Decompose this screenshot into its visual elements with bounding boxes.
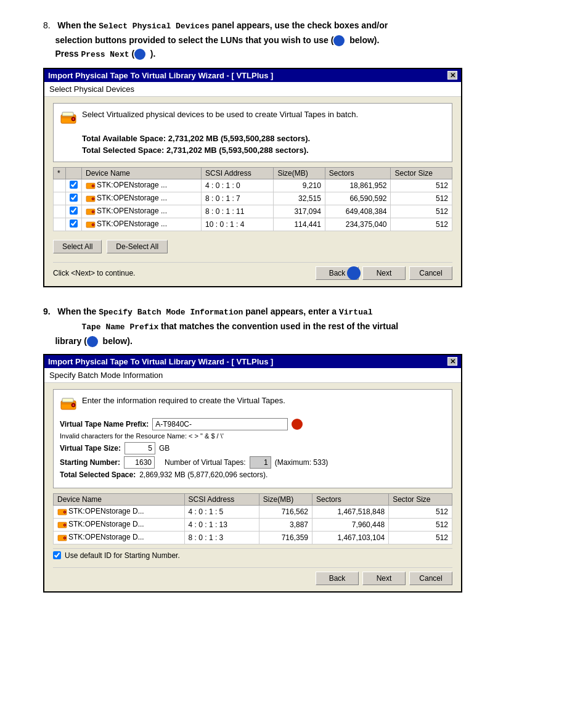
- vt-name-prefix-row: Virtual Tape Name Prefix:: [60, 418, 446, 430]
- svg-point-7: [92, 185, 94, 186]
- invalid-chars-row: Invalid characters for the Resource Name…: [60, 432, 446, 440]
- device-table-1: * Device Name SCSI Address Size(MB) Sect…: [53, 167, 452, 231]
- svg-rect-2: [62, 112, 73, 116]
- panel-name-2: Specify Batch Mode Information: [99, 308, 243, 317]
- info-line-1: Select Virtualized physical devices to b…: [82, 110, 358, 119]
- panel-name-1: Select Physical Devices: [99, 22, 209, 31]
- svg-point-27: [64, 524, 65, 525]
- svg-point-16: [92, 224, 94, 225]
- invalid-chars-value: < > " & $ / \': [189, 432, 224, 440]
- wizard-subtitle-2: Specify Batch Mode Information: [44, 368, 461, 383]
- storage-icon-row4: [86, 220, 96, 229]
- wizard-titlebar-2: Import Physical Tape To Virtual Library …: [44, 355, 461, 368]
- info-text-1: Select Virtualized physical devices to b…: [82, 109, 358, 157]
- svg-point-21: [73, 404, 75, 406]
- step-9-text: 9. When the Specify Batch Mode Informati…: [43, 305, 563, 348]
- wizard-info-row-2: Enter the information required to create…: [60, 395, 446, 413]
- col2-sector-size: Sector Size: [389, 493, 452, 505]
- step-8: 8. When the Select Physical Devices pane…: [25, 18, 563, 287]
- annotation-circle-2: [134, 49, 145, 60]
- row-3-checkbox[interactable]: [70, 207, 78, 215]
- table-row: STK:OPENstorage ... 10 : 0 : 1 : 4 114,4…: [54, 218, 452, 231]
- col-device-name: Device Name: [82, 167, 202, 179]
- table-row: STK:OPENstorage ... 4 : 0 : 1 : 0 9,210 …: [54, 179, 452, 192]
- col2-size: Size(MB): [259, 493, 312, 505]
- nav-area-1: Click <Next> to continue. Back Next Canc…: [53, 262, 452, 280]
- table-row: STK:OPENstorage ... 8 : 0 : 1 : 11 317,0…: [54, 205, 452, 218]
- storage-icon-row3: [86, 207, 96, 216]
- row-2-checkbox[interactable]: [70, 194, 78, 202]
- vt-size-input[interactable]: [125, 442, 155, 454]
- table-row: STK:OPENstorage D... 4 : 0 : 1 : 13 3,88…: [54, 518, 452, 531]
- nav-area-2: Back Next Cancel: [53, 567, 452, 585]
- col-size: Size(MB): [274, 167, 325, 179]
- select-all-button[interactable]: Select All: [53, 240, 102, 253]
- row-4-checkbox[interactable]: [70, 220, 78, 228]
- storage-icon-row1: [86, 181, 96, 191]
- row-1-checkbox[interactable]: [70, 181, 78, 189]
- col-sector-size: Sector Size: [391, 167, 452, 179]
- deselect-all-button[interactable]: De-Select All: [107, 240, 168, 253]
- close-icon-1[interactable]: ✕: [447, 71, 457, 80]
- next-button-1-label: Next: [377, 269, 392, 277]
- svg-point-13: [92, 211, 94, 212]
- back-button-2[interactable]: Back: [316, 572, 359, 585]
- col-scsi: SCSI Address: [202, 167, 274, 179]
- nav-buttons-2: Back Next Cancel: [316, 572, 452, 585]
- storage-icon-2: [60, 396, 77, 413]
- total-selected-1: Total Selected Space: 2,731,202 MB (5,59…: [82, 146, 309, 155]
- svg-point-24: [64, 511, 65, 512]
- form-section: Virtual Tape Name Prefix: Invalid charac…: [60, 418, 446, 479]
- default-id-checkbox[interactable]: [53, 551, 61, 559]
- wizard-subtitle-1: Select Physical Devices: [44, 82, 461, 97]
- step-8-number: 8.: [43, 20, 51, 30]
- close-icon-2[interactable]: ✕: [447, 357, 457, 366]
- wizard-body-2: Enter the information required to create…: [44, 383, 461, 591]
- wizard-window-2: Import Physical Tape To Virtual Library …: [43, 354, 462, 593]
- next-button-1[interactable]: Next: [362, 266, 406, 280]
- annotation-circle-1: [333, 35, 345, 46]
- table-row: STK:OPENstorage D... 8 : 0 : 1 : 3 716,3…: [54, 531, 452, 544]
- col2-sectors: Sectors: [312, 493, 389, 505]
- storage-icon-row2-1: [57, 507, 67, 517]
- num-vt-label: Number of Virtual Tapes:: [165, 458, 246, 467]
- svg-point-4: [73, 118, 75, 120]
- annotation-circle-3: [87, 336, 98, 347]
- table-row: STK:OPENstorage ... 8 : 0 : 1 : 7 32,515…: [54, 192, 452, 205]
- next-label-ref-1: Press: [81, 50, 110, 59]
- wizard-titlebar-1: Import Physical Tape To Virtual Library …: [44, 69, 461, 82]
- step-9: 9. When the Specify Batch Mode Informati…: [25, 305, 563, 593]
- svg-rect-19: [62, 398, 73, 402]
- cancel-button-1[interactable]: Cancel: [409, 266, 452, 280]
- vt-size-row: Virtual Tape Size: GB: [60, 442, 446, 454]
- wizard-info-box-1: Select Virtualized physical devices to b…: [53, 103, 452, 162]
- total-available-1: Total Available Space: 2,731,202 MB (5,5…: [82, 134, 310, 143]
- vt-name-prefix-input[interactable]: [152, 418, 288, 430]
- col-cb: [66, 167, 82, 179]
- next-annotation-dot: [347, 266, 361, 280]
- next-button-2[interactable]: Next: [362, 572, 406, 585]
- num-vt-input[interactable]: [250, 456, 271, 469]
- storage-icon-1: [60, 110, 77, 127]
- step-9-number: 9.: [43, 306, 51, 316]
- wizard-title-2: Import Physical Tape To Virtual Library …: [48, 357, 273, 366]
- next-ref: Next: [110, 50, 129, 59]
- nav-text-1: Click <Next> to continue.: [53, 269, 135, 277]
- total-space-row: Total Selected Space: 2,869,932 MB (5,87…: [60, 470, 446, 479]
- storage-icon-row2-2: [57, 520, 67, 530]
- default-id-row: Use default ID for Starting Number.: [53, 548, 452, 562]
- vt-size-unit: GB: [159, 444, 169, 453]
- cancel-button-2[interactable]: Cancel: [409, 572, 452, 585]
- col2-scsi: SCSI Address: [184, 493, 259, 505]
- wizard-window-1: Import Physical Tape To Virtual Library …: [43, 68, 462, 287]
- default-id-label: Use default ID for Starting Number.: [65, 551, 180, 560]
- info-line-2: Enter the information required to create…: [82, 396, 285, 405]
- starting-number-input[interactable]: [124, 456, 155, 469]
- svg-point-10: [92, 198, 94, 199]
- max-label: (Maximum: 533): [275, 458, 329, 467]
- storage-icon-row2: [86, 194, 96, 203]
- starting-number-label: Starting Number:: [60, 458, 120, 467]
- col-sectors: Sectors: [325, 167, 391, 179]
- storage-icon-row2-3: [57, 533, 67, 543]
- wizard-info-row-1: Select Virtualized physical devices to b…: [60, 109, 446, 157]
